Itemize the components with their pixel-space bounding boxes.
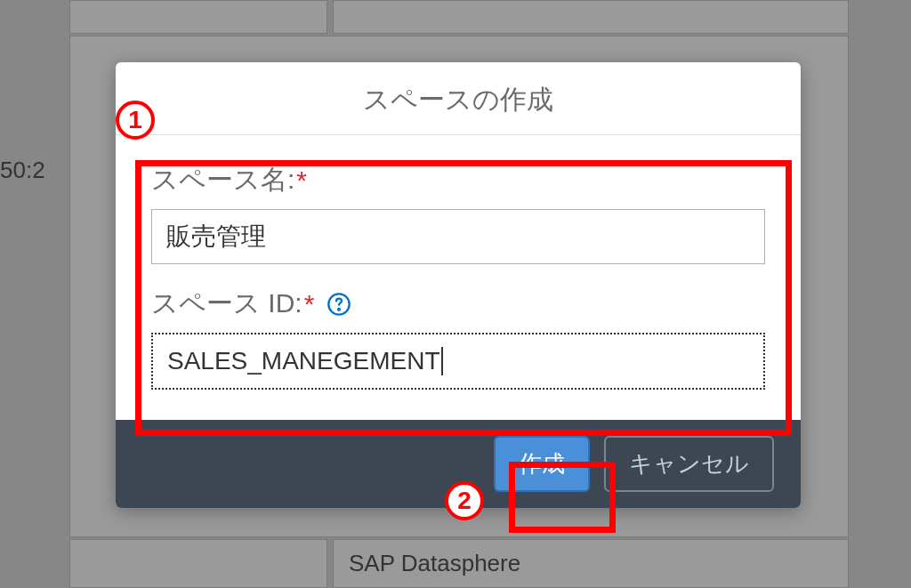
help-icon[interactable] [327, 292, 351, 317]
bg-footer-text: SAP Datasphere [349, 550, 520, 577]
dialog-title: スペースの作成 [133, 82, 783, 118]
annotation-marker-1: 1 [116, 101, 155, 140]
cancel-button[interactable]: キャンセル [604, 436, 774, 492]
space-name-label-text: スペース名: [151, 162, 294, 198]
annotation-marker-2: 2 [445, 481, 484, 520]
space-name-group: スペース名: * [151, 162, 765, 264]
space-id-label: スペース ID: * [151, 286, 765, 322]
create-button[interactable]: 作成 [494, 436, 590, 492]
dialog-body: スペース名: * スペース ID: * SALES_MANEGEMENT [116, 135, 801, 420]
required-asterisk: * [296, 165, 307, 196]
space-id-input[interactable]: SALES_MANEGEMENT [151, 333, 765, 390]
space-name-label: スペース名: * [151, 162, 765, 198]
space-id-label-text: スペース ID: [151, 286, 302, 322]
bg-timestamp: 50:2 [0, 157, 45, 184]
space-id-input-value: SALES_MANEGEMENT [167, 347, 443, 375]
space-id-group: スペース ID: * SALES_MANEGEMENT [151, 286, 765, 390]
required-asterisk: * [304, 289, 315, 319]
space-name-input[interactable] [151, 209, 765, 264]
create-space-dialog: スペースの作成 スペース名: * スペース ID: * [116, 62, 801, 508]
svg-point-1 [338, 308, 340, 310]
dialog-header: スペースの作成 [116, 62, 801, 135]
